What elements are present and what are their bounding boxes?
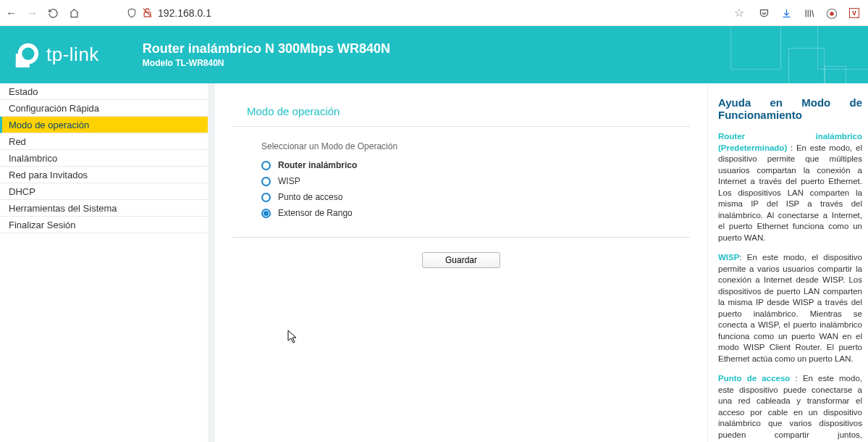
radio-icon[interactable]: [261, 161, 271, 170]
help-panel: Ayuda en Modo de Funcionamiento Router i…: [707, 83, 868, 442]
sidebar-nav: EstadoConfiguración RápidaModo de operac…: [0, 83, 208, 442]
header-decoration: [694, 26, 868, 83]
download-icon[interactable]: [781, 7, 792, 20]
main-panel: Modo de operación Seleccionar un Modo de…: [215, 83, 707, 442]
tplink-logo-icon: [13, 41, 41, 69]
extension-icon-2[interactable]: v: [849, 8, 859, 18]
radio-row-extensor-de-rango[interactable]: Extensor de Rango: [261, 208, 690, 218]
home-icon[interactable]: [69, 7, 80, 20]
svg-line-5: [812, 10, 814, 17]
shield-icon: [127, 8, 137, 18]
radio-row-wisp[interactable]: WISP: [261, 176, 690, 186]
radio-label: Router inalámbrico: [278, 160, 357, 170]
radio-icon[interactable]: [261, 177, 271, 186]
url-text: 192.168.0.1: [158, 7, 211, 19]
header-title-block: Router inalámbrico N 300Mbps WR840N Mode…: [143, 41, 390, 68]
cursor-icon: [287, 330, 299, 344]
product-model: Modelo TL-WR840N: [143, 58, 390, 68]
panel-title: Modo de operación: [232, 105, 690, 117]
browser-toolbar: ← → 192.168.0.1 ☆ v ⋯: [0, 0, 868, 26]
radio-icon[interactable]: [261, 209, 271, 218]
help-paragraph: Router inalámbrico (Predeterminado) : En…: [718, 131, 862, 243]
sidebar-item-red[interactable]: Red: [0, 133, 208, 150]
brand-text: tp-link: [46, 43, 99, 66]
help-keyword: Router inalámbrico (Predeterminado): [718, 132, 862, 152]
sidebar-item-red-para-invitados[interactable]: Red para Invitados: [0, 167, 208, 183]
product-title: Router inalámbrico N 300Mbps WR840N: [143, 41, 390, 57]
help-title: Ayuda en Modo de Funcionamiento: [718, 96, 862, 121]
pocket-icon[interactable]: [759, 7, 770, 20]
brand-logo: tp-link: [13, 41, 99, 69]
sidebar-item-finalizar-sesi-n[interactable]: Finalizar Sesión: [0, 217, 208, 233]
svg-rect-10: [16, 62, 30, 67]
address-bar[interactable]: 192.168.0.1 ☆: [87, 6, 751, 20]
forward-icon[interactable]: →: [27, 7, 38, 19]
save-button[interactable]: Guardar: [422, 252, 500, 268]
router-header: tp-link Router inalámbrico N 300Mbps WR8…: [0, 26, 868, 83]
radio-row-punto-de-acceso[interactable]: Punto de acceso: [261, 192, 690, 202]
help-paragraph: WISP: En este modo, el dispositivo permi…: [718, 252, 862, 364]
svg-point-7: [830, 12, 833, 15]
sidebar-item-configuraci-n-r-pida[interactable]: Configuración Rápida: [0, 100, 208, 117]
reload-icon[interactable]: [48, 7, 59, 20]
sidebar-item-dhcp[interactable]: DHCP: [0, 183, 208, 200]
bookmark-star-icon[interactable]: ☆: [734, 6, 744, 20]
radio-label: Extensor de Rango: [278, 208, 353, 218]
radio-icon[interactable]: [261, 193, 271, 202]
nav-icon-group: ← →: [6, 7, 80, 20]
extension-icon-1[interactable]: [826, 6, 838, 19]
radio-row-router-inal-mbrico[interactable]: Router inalámbrico: [261, 160, 690, 170]
sidebar-item-estado[interactable]: Estado: [0, 83, 208, 100]
help-keyword: Punto de acceso: [718, 374, 796, 383]
svg-point-8: [20, 45, 37, 62]
library-icon[interactable]: [804, 7, 814, 20]
select-mode-label: Seleccionar un Modo de Operación: [261, 141, 690, 151]
help-keyword: WISP: [718, 253, 739, 262]
insecure-lock-icon: [142, 7, 153, 18]
sidebar-item-inal-mbrico[interactable]: Inalámbrico: [0, 150, 208, 167]
back-icon[interactable]: ←: [6, 7, 17, 19]
radio-label: Punto de acceso: [278, 192, 342, 202]
browser-right-icons: v ⋯: [759, 6, 859, 19]
radio-label: WISP: [278, 176, 300, 186]
sidebar-item-herramientas-del-sistema[interactable]: Herramientas del Sistema: [0, 200, 208, 217]
sidebar-item-modo-de-operaci-n[interactable]: Modo de operación: [0, 117, 208, 133]
help-paragraph: Punto de acceso : En este modo, este dis…: [718, 373, 862, 442]
